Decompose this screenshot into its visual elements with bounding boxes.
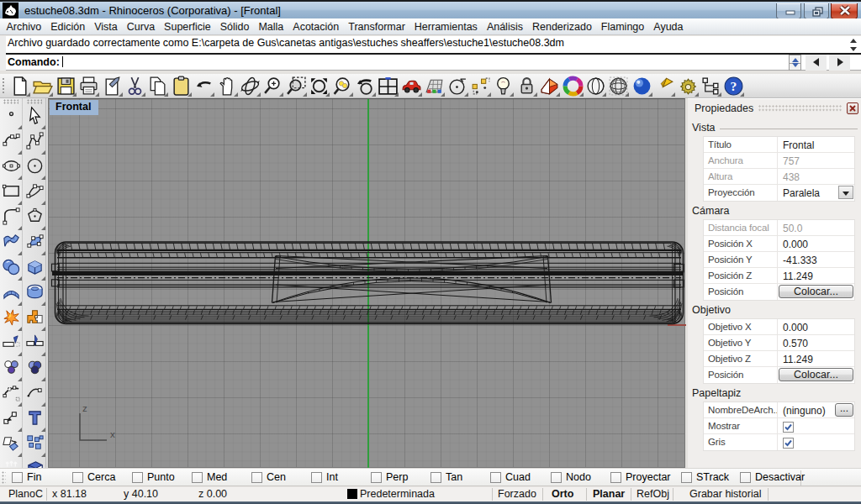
arc-icon[interactable] [1,207,22,230]
lightbulb-icon[interactable] [493,76,514,97]
export-document-icon[interactable] [102,76,123,97]
osnap-cerca[interactable]: Cerca [72,471,115,483]
menu-herramientas[interactable]: Herramientas [409,19,482,34]
osnap-checkbox[interactable] [681,472,692,483]
status-predeterminada[interactable]: Predeterminada [360,488,435,501]
circle-center-icon[interactable] [447,76,468,97]
toolbar-drag-grip[interactable] [27,99,42,104]
sphere-rendered-icon[interactable] [631,76,652,97]
surface-curved-icon[interactable] [1,232,22,255]
select-arrow-icon[interactable] [24,106,45,129]
trim-icon[interactable] [1,333,22,356]
status-x-81-18[interactable]: x 81.18 [52,488,87,501]
menu-renderizado[interactable]: Renderizado [527,19,596,34]
minimize-button[interactable] [776,3,801,19]
move-points-icon[interactable] [1,408,22,432]
lock-icon[interactable] [516,76,537,97]
property-value[interactable] [778,418,854,433]
undo-icon[interactable] [193,76,214,97]
gear-icon[interactable] [678,76,699,97]
puzzle-icon[interactable] [24,307,45,331]
explode-icon[interactable] [1,307,22,331]
osnap-checkbox[interactable] [132,472,143,483]
rectangle-icon[interactable] [1,181,22,205]
torus-icon[interactable] [24,282,45,306]
osnap-checkbox[interactable] [430,472,441,483]
osnap-tan[interactable]: Tan [430,471,462,483]
osnap-checkbox[interactable] [610,472,621,483]
status-grabar-historial[interactable]: Grabar historial [689,488,761,501]
menu-malla[interactable]: Malla [254,19,288,34]
point-icon[interactable] [1,106,22,129]
osnap-int[interactable]: Int [311,471,338,483]
osnap-checkbox[interactable] [490,472,501,483]
status-planar[interactable]: Planar [593,488,625,501]
osnap-punto[interactable]: Punto [132,471,175,483]
property-value[interactable]: Frontal [778,137,854,152]
scroll-down-icon[interactable] [850,47,857,51]
menu-archivo[interactable]: Archivo [2,19,46,34]
command-spinner[interactable] [789,55,801,71]
property-value[interactable]: 0.000 [778,236,854,251]
sphere-wireframe-icon[interactable] [585,76,606,97]
menu-transformar[interactable]: Transformar [344,19,410,34]
combo-dropdown-button[interactable] [838,186,853,199]
zoom-window-icon[interactable] [286,76,307,97]
pan-view-icon[interactable] [217,76,238,97]
command-prompt[interactable]: Comando: [8,56,63,70]
status-orto[interactable]: Orto [552,488,573,501]
paste-icon[interactable] [171,76,192,97]
point-objects-icon[interactable] [470,76,491,97]
osnap-checkbox[interactable] [311,472,322,483]
property-value[interactable]: Colocar... [778,284,854,300]
osnap-proyectar[interactable]: Proyectar [610,471,671,483]
viewport-title-tab[interactable]: Frontal [50,100,98,115]
restore-button[interactable] [804,3,829,19]
colocar-button[interactable]: Colocar... [779,368,853,381]
toolbar-drag-grip[interactable] [2,77,6,95]
new-document-icon[interactable] [9,76,30,97]
osnap-med[interactable]: Med [192,471,227,483]
car-icon[interactable] [401,76,422,97]
property-value[interactable] [778,434,854,450]
status-z-0-00[interactable]: z 0.00 [198,488,227,501]
property-value[interactable]: (ninguno)... [778,402,854,417]
grid-options-icon[interactable] [424,76,445,97]
status-y-40-10[interactable]: y 40.10 [124,488,158,501]
viewport-frontal[interactable]: Frontal z x [48,98,685,468]
property-value[interactable]: -41.333 [778,252,854,267]
property-value[interactable]: 0.570 [778,335,854,350]
help-icon[interactable]: ? [723,76,744,97]
property-value[interactable]: 11.249 [778,351,854,366]
zoom-in-icon[interactable] [262,76,283,97]
sphere-grid-icon[interactable] [608,76,629,97]
status-forzado[interactable]: Forzado [498,488,536,501]
open-file-icon[interactable] [32,76,53,97]
cone-yellow-icon[interactable] [654,76,675,97]
osnap-checkbox[interactable] [72,472,83,483]
menu-acotacion[interactable]: Acotación [288,19,344,34]
rotate-view-icon[interactable] [240,76,261,97]
menu-edicion[interactable]: Edición [46,19,90,34]
osnap-drag-grip[interactable] [2,471,6,485]
checkbox-mostrar-checked[interactable] [783,422,794,433]
curve-control-points-icon[interactable] [1,131,22,155]
spinner-up-icon[interactable] [792,58,799,62]
surface-points-icon[interactable] [24,232,45,255]
print-icon[interactable] [78,76,99,97]
polygon-icon[interactable] [24,207,45,230]
menu-curva[interactable]: Curva [122,19,159,34]
panel-drag-grip[interactable] [758,105,843,113]
polyline-icon[interactable] [24,131,45,155]
spheres-joined-icon[interactable] [1,257,22,281]
spinner-down-icon[interactable] [792,63,799,67]
command-scroll-right-button[interactable] [829,55,850,71]
menu-analisis[interactable]: Análisis [482,19,527,34]
curve-freeform-icon[interactable] [24,181,45,205]
command-history-scrollbar[interactable] [848,37,859,53]
osnap-checkbox[interactable] [740,472,751,483]
browse-file-button[interactable]: ... [835,403,853,417]
color-wheel-icon[interactable] [563,76,584,97]
close-button[interactable] [831,3,858,19]
property-value[interactable]: Colocar... [778,367,854,383]
